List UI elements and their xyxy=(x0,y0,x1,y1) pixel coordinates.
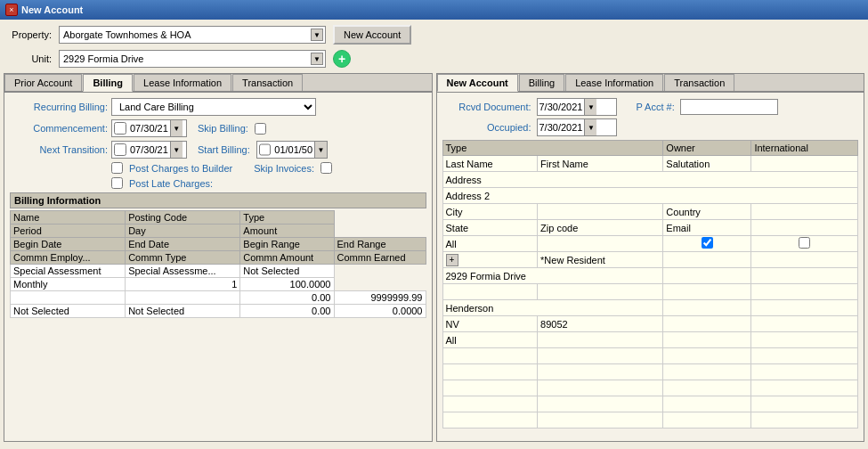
table-row xyxy=(442,364,858,380)
table-row: Address 2 xyxy=(442,188,858,204)
cell-all: All xyxy=(442,236,538,252)
commencement-date[interactable]: 07/30/21 ▼ xyxy=(111,119,187,137)
cell-amount: 100.0000 xyxy=(240,278,334,291)
intl-checkbox[interactable] xyxy=(799,237,810,249)
cell-all-mid xyxy=(538,236,663,252)
billing-table: Name Posting Code Type Period Day Amount… xyxy=(10,210,426,318)
cell-expand: + xyxy=(442,252,538,268)
tab-right-transaction[interactable]: Transaction xyxy=(664,74,734,91)
cell-all2: All xyxy=(442,332,538,348)
unit-dropdown-arrow[interactable]: ▼ xyxy=(311,53,323,65)
recurring-billing-row: Recurring Billing: Land Care Billing xyxy=(10,98,426,116)
cell-state-nv: NV xyxy=(442,316,538,332)
post-charges-checkbox[interactable] xyxy=(111,162,123,174)
rcvd-doc-label: Rcvd Document: xyxy=(442,102,531,112)
cell-day: 1 xyxy=(126,278,240,291)
cell-empty1 xyxy=(442,284,538,300)
cell-nr-intl xyxy=(751,252,858,268)
right-tabs: New Account Billing Lease Information Tr… xyxy=(437,74,864,93)
col-international-header: International xyxy=(751,141,858,156)
skip-billing-checkbox[interactable] xyxy=(255,123,266,135)
cell-zip-intl xyxy=(751,316,858,332)
recurring-billing-select[interactable]: Land Care Billing xyxy=(111,98,316,116)
cell-email: Email xyxy=(663,220,751,236)
title-text: New Account xyxy=(21,4,83,15)
recurring-billing-label: Recurring Billing: xyxy=(10,102,108,112)
skip-invoices-checkbox[interactable] xyxy=(320,162,332,174)
billing-tab-content: Recurring Billing: Land Care Billing Com… xyxy=(4,93,432,323)
add-unit-button[interactable]: + xyxy=(333,50,351,68)
cell-end-date xyxy=(126,291,240,305)
next-transition-checkbox[interactable] xyxy=(114,143,126,156)
start-billing-arrow[interactable]: ▼ xyxy=(314,142,327,158)
tab-right-billing[interactable]: Billing xyxy=(519,74,564,91)
cell-commn-earned: 0.0000 xyxy=(334,305,426,318)
start-billing-date[interactable]: 01/01/50 ▼ xyxy=(256,141,328,159)
unit-select[interactable]: 2929 Formia Drive ▼ xyxy=(59,50,326,68)
right-panel: New Account Billing Lease Information Tr… xyxy=(436,73,865,442)
occupied-arrow[interactable]: ▼ xyxy=(584,119,596,135)
close-button[interactable]: × xyxy=(5,4,18,16)
cell-empty2 xyxy=(538,284,663,300)
cell-end-range: 9999999.99 xyxy=(334,291,426,305)
table-row xyxy=(442,396,858,412)
tab-lease-information[interactable]: Lease Information xyxy=(134,74,231,91)
rcvd-doc-date[interactable]: 7/30/2021 ▼ xyxy=(537,98,617,116)
start-billing-label: Start Billing: xyxy=(198,144,250,155)
cell-r1c1 xyxy=(442,348,538,364)
cell-empty3 xyxy=(663,284,751,300)
table-row: State Zip code Email xyxy=(442,220,858,236)
expand-button[interactable]: + xyxy=(446,254,458,266)
col-end-range: End Range xyxy=(334,238,426,251)
next-transition-date[interactable]: 07/30/21 ▼ xyxy=(111,141,187,159)
tab-prior-account[interactable]: Prior Account xyxy=(4,74,82,91)
commencement-checkbox[interactable] xyxy=(114,122,126,135)
next-transition-arrow[interactable]: ▼ xyxy=(170,142,183,158)
cell-last-name: Last Name xyxy=(442,156,538,172)
start-billing-checkbox[interactable] xyxy=(259,143,272,156)
tab-new-account[interactable]: New Account xyxy=(437,74,518,92)
table-row: Not Selected Not Selected 0.00 0.0000 xyxy=(11,305,426,318)
col-day: Day xyxy=(126,224,240,238)
commencement-arrow[interactable]: ▼ xyxy=(170,120,183,136)
table-row: 0.00 9999999.99 xyxy=(11,291,426,305)
skip-billing-label: Skip Billing: xyxy=(198,123,248,134)
unit-value: 2929 Formia Drive xyxy=(63,53,143,64)
property-select[interactable]: Aborgate Townhomes & HOA ▼ xyxy=(59,26,326,44)
cell-r5c3 xyxy=(663,412,751,429)
panels-container: Prior Account Billing Lease Information … xyxy=(4,73,864,442)
cell-addr-owner xyxy=(663,268,751,284)
owner-checkbox[interactable] xyxy=(702,237,713,249)
tab-right-lease[interactable]: Lease Information xyxy=(565,74,663,91)
col-posting-code: Posting Code xyxy=(126,211,240,224)
table-row: Monthly 1 100.0000 xyxy=(11,278,426,291)
cell-r3c3 xyxy=(663,380,751,396)
cell-state: State xyxy=(442,220,538,236)
table-row xyxy=(442,348,858,364)
col-end-date: End Date xyxy=(126,238,240,251)
col-type: Type xyxy=(240,211,334,224)
col-commn-type: Commn Type xyxy=(126,251,240,265)
p-acct-input[interactable] xyxy=(680,99,778,115)
cell-r5c2 xyxy=(538,412,663,429)
tab-billing[interactable]: Billing xyxy=(83,74,133,92)
cell-type: Not Selected xyxy=(240,265,334,278)
col-name: Name xyxy=(11,211,126,224)
unit-row: Unit: 2929 Formia Drive ▼ + xyxy=(4,48,864,69)
property-dropdown-arrow[interactable]: ▼ xyxy=(311,29,323,41)
col-commn-employ: Commn Employ... xyxy=(11,251,126,265)
rcvd-doc-arrow[interactable]: ▼ xyxy=(584,99,596,115)
col-period: Period xyxy=(11,224,126,238)
tab-transaction[interactable]: Transaction xyxy=(232,74,303,91)
cell-r2c1 xyxy=(442,364,538,380)
cell-address-val: 2929 Formia Drive xyxy=(442,268,663,284)
post-charges-label: Post Charges to Builder xyxy=(129,163,232,174)
post-late-checkbox[interactable] xyxy=(111,177,123,189)
cell-r2c2 xyxy=(538,364,663,380)
cell-city: City xyxy=(442,204,538,220)
account-table: Type Owner International Last Name First… xyxy=(442,140,859,429)
occupied-date[interactable]: 7/30/2021 ▼ xyxy=(537,118,617,136)
cell-all2-owner xyxy=(663,332,751,348)
new-account-button[interactable]: New Account xyxy=(333,25,411,45)
cell-commn-employ: Not Selected xyxy=(11,305,126,318)
